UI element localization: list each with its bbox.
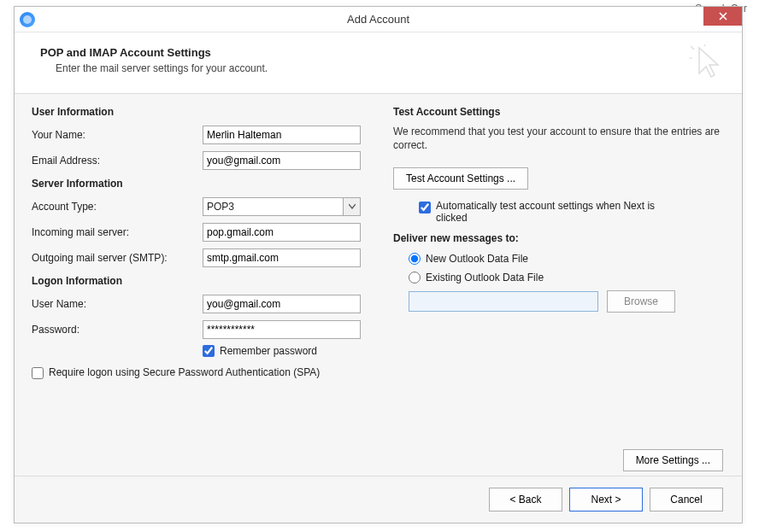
deliver-heading: Deliver new messages to:: [393, 232, 725, 244]
back-button[interactable]: < Back: [489, 488, 562, 512]
window-title: Add Account: [15, 13, 742, 26]
new-data-file-label: New Outlook Data File: [426, 253, 528, 265]
user-info-heading: User Information: [32, 106, 363, 118]
outgoing-label: Outgoing mail server (SMTP):: [32, 252, 203, 264]
existing-data-file-radio[interactable]: [409, 272, 421, 284]
email-label: Email Address:: [32, 155, 203, 167]
username-label: User Name:: [32, 298, 203, 310]
dialog-header: POP and IMAP Account Settings Enter the …: [15, 32, 742, 94]
cursor-icon: [689, 44, 723, 79]
your-name-input[interactable]: [203, 126, 361, 144]
server-info-heading: Server Information: [32, 178, 363, 190]
header-subtitle: Enter the mail server settings for your …: [40, 62, 716, 74]
existing-data-file-label: Existing Outlook Data File: [426, 272, 544, 284]
dialog-footer: < Back Next > Cancel: [15, 476, 742, 523]
existing-file-path-input[interactable]: [409, 291, 598, 312]
app-icon: [20, 12, 35, 27]
spa-label: Require logon using Secure Password Auth…: [49, 365, 320, 379]
spa-checkbox[interactable]: [32, 367, 44, 379]
dialog-body: User Information Your Name: Email Addres…: [15, 94, 742, 485]
close-icon: [719, 12, 727, 20]
email-input[interactable]: [203, 151, 361, 170]
left-column: User Information Your Name: Email Addres…: [32, 106, 385, 476]
auto-test-label: Automatically test account settings when…: [436, 200, 684, 224]
svg-point-0: [23, 15, 32, 24]
remember-password-checkbox[interactable]: [203, 345, 215, 357]
account-type-dropdown[interactable]: [344, 197, 361, 216]
test-settings-heading: Test Account Settings: [393, 106, 725, 118]
test-account-button[interactable]: Test Account Settings ...: [393, 167, 528, 190]
your-name-label: Your Name:: [32, 129, 203, 141]
account-type-select[interactable]: POP3: [203, 197, 344, 216]
logon-info-heading: Logon Information: [32, 275, 363, 287]
cancel-button[interactable]: Cancel: [650, 488, 723, 512]
next-button[interactable]: Next >: [569, 488, 643, 512]
incoming-server-input[interactable]: [203, 223, 361, 242]
more-settings-button[interactable]: More Settings ...: [623, 449, 723, 471]
close-button[interactable]: [703, 7, 742, 26]
outgoing-server-input[interactable]: [203, 248, 361, 267]
account-type-label: Account Type:: [32, 201, 203, 213]
test-settings-desc: We recommend that you test your account …: [393, 125, 725, 152]
add-account-dialog: Add Account POP and IMAP Account Setting…: [14, 6, 743, 523]
auto-test-checkbox[interactable]: [419, 202, 431, 213]
right-column: Test Account Settings We recommend that …: [385, 106, 725, 476]
browse-button[interactable]: Browse: [607, 290, 675, 313]
remember-password-label: Remember password: [220, 345, 317, 357]
password-input[interactable]: [203, 320, 361, 339]
chevron-down-icon: [349, 204, 356, 209]
username-input[interactable]: [203, 295, 361, 313]
incoming-label: Incoming mail server:: [32, 226, 203, 238]
header-title: POP and IMAP Account Settings: [40, 46, 716, 59]
password-label: Password:: [32, 324, 203, 336]
titlebar: Add Account: [15, 7, 742, 32]
new-data-file-radio[interactable]: [409, 253, 421, 265]
